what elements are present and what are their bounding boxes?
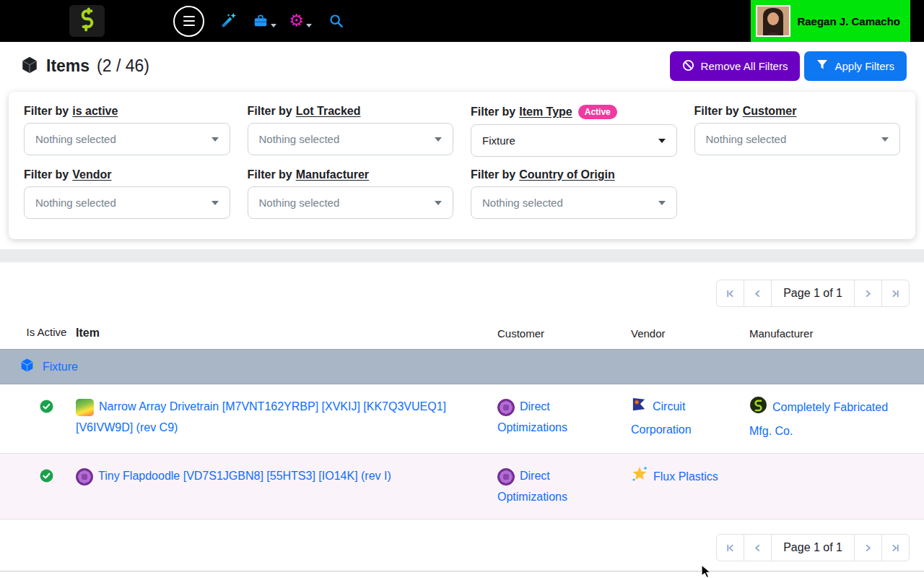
pagination-last-button[interactable] bbox=[881, 280, 910, 307]
table-row: Narrow Array Drivetrain [M7VNT162YRBP] [… bbox=[0, 384, 924, 454]
chevron-down-icon bbox=[212, 137, 219, 142]
lot-tracked-select[interactable]: Nothing selected bbox=[248, 123, 454, 155]
page-header: Items (2 / 46) Remove All Filters Apply … bbox=[0, 42, 924, 90]
items-table-section: Page 1 of 1 Is Active Item Customer Vend… bbox=[0, 262, 924, 569]
pagination-first-button[interactable] bbox=[716, 280, 744, 307]
briefcase-menu-button[interactable] bbox=[246, 6, 282, 36]
logo-glyph-icon bbox=[74, 7, 100, 35]
manufacturer-select[interactable]: Nothing selected bbox=[248, 186, 454, 219]
column-header-customer: Customer bbox=[497, 327, 631, 340]
pagination-page-label: Page 1 of 1 bbox=[771, 280, 855, 307]
chevron-down-icon bbox=[435, 137, 442, 142]
vendor-link[interactable]: Flux Plastics bbox=[653, 470, 718, 483]
column-header-vendor: Vendor bbox=[631, 327, 749, 340]
pagination-next-button[interactable] bbox=[854, 280, 882, 307]
is-active-select[interactable]: Nothing selected bbox=[24, 123, 230, 155]
chevron-down-icon bbox=[881, 137, 889, 142]
user-name: Raegan J. Camacho bbox=[797, 15, 900, 27]
filter-lot-tracked: Filter by Lot Tracked Nothing selected bbox=[248, 105, 454, 157]
page-title-count: (2 / 46) bbox=[97, 56, 149, 76]
pagination-first-button[interactable] bbox=[716, 534, 744, 561]
chevron-down-icon bbox=[435, 201, 442, 205]
vendor-cell: Flux Plastics bbox=[631, 465, 749, 489]
column-header-item: Item bbox=[76, 327, 497, 340]
search-icon bbox=[328, 13, 344, 29]
pagination-top: Page 1 of 1 bbox=[0, 262, 924, 307]
bottom-divider bbox=[0, 571, 924, 571]
briefcase-icon bbox=[253, 13, 269, 29]
item-link[interactable]: Tiny Flapdoodle [VD7S1JGBN8] [55HTS3] [I… bbox=[98, 470, 391, 482]
cube-icon bbox=[19, 358, 35, 376]
vendor-logo bbox=[631, 396, 648, 419]
pagination-next-button[interactable] bbox=[854, 534, 882, 561]
top-navbar: ⚙ Raegan J. Camacho bbox=[0, 0, 924, 42]
item-cell: Tiny Flapdoodle [VD7S1JGBN8] [55HTS3] [I… bbox=[76, 465, 497, 486]
manufacturer-logo bbox=[749, 396, 767, 420]
item-type-select[interactable]: Fixture bbox=[471, 124, 677, 157]
vendor-logo bbox=[631, 465, 648, 489]
menu-button[interactable] bbox=[173, 6, 204, 37]
search-button[interactable] bbox=[318, 6, 354, 36]
page-title: Items (2 / 46) bbox=[20, 56, 149, 77]
gear-icon: ⚙ bbox=[289, 12, 304, 29]
avatar bbox=[756, 5, 790, 37]
group-row-fixture: Fixture bbox=[0, 350, 924, 384]
customer-cell: Direct Optimizations bbox=[497, 396, 631, 438]
vendor-cell: Circuit Corporation bbox=[631, 396, 749, 440]
active-filter-badge: Active bbox=[578, 105, 617, 119]
country-of-origin-select[interactable]: Nothing selected bbox=[471, 186, 677, 219]
active-check-icon bbox=[40, 468, 53, 489]
pagination-page-label: Page 1 of 1 bbox=[771, 534, 855, 561]
filter-panel: Filter by is active Nothing selected Fil… bbox=[9, 92, 915, 239]
gear-menu-button[interactable]: ⚙ bbox=[282, 6, 318, 36]
mouse-cursor bbox=[700, 564, 713, 578]
column-header-is-active: Is Active bbox=[17, 324, 76, 340]
customer-logo bbox=[497, 399, 515, 416]
column-header-manufacturer: Manufacturer bbox=[749, 327, 907, 340]
remove-all-filters-button[interactable]: Remove All Filters bbox=[670, 51, 801, 81]
item-thumbnail bbox=[76, 399, 94, 416]
table-header-row: Is Active Item Customer Vendor Manufactu… bbox=[0, 324, 924, 350]
table-row: Tiny Flapdoodle [VD7S1JGBN8] [55HTS3] [I… bbox=[0, 454, 924, 519]
item-link[interactable]: Narrow Array Drivetrain [M7VNT162YRBP] [… bbox=[76, 400, 446, 434]
magic-wand-button[interactable] bbox=[210, 6, 246, 36]
user-menu[interactable]: Raegan J. Camacho bbox=[751, 0, 910, 42]
filter-item-type: Filter by Item Type Active Fixture bbox=[471, 105, 677, 157]
chevron-down-icon bbox=[658, 201, 666, 205]
filter-vendor: Filter by Vendor Nothing selected bbox=[24, 168, 230, 219]
hamburger-icon bbox=[183, 16, 195, 17]
customer-logo bbox=[497, 468, 515, 486]
filter-customer: Filter by Customer Nothing selected bbox=[694, 105, 901, 157]
section-divider bbox=[0, 249, 924, 262]
pagination-last-button[interactable] bbox=[881, 534, 910, 561]
pagination-prev-button[interactable] bbox=[744, 280, 772, 307]
customer-cell: Direct Optimizations bbox=[497, 465, 631, 507]
filter-is-active: Filter by is active Nothing selected bbox=[24, 105, 230, 157]
chevron-down-icon bbox=[212, 201, 219, 205]
page-title-text: Items bbox=[46, 56, 90, 76]
prohibition-icon bbox=[682, 59, 694, 74]
item-cell: Narrow Array Drivetrain [M7VNT162YRBP] [… bbox=[76, 396, 497, 438]
manufacturer-link[interactable]: Completely Fabricated Mfg. Co. bbox=[749, 401, 888, 437]
items-cube-icon bbox=[20, 56, 39, 77]
filter-manufacturer: Filter by Manufacturer Nothing selected bbox=[248, 168, 454, 219]
apply-filters-button[interactable]: Apply Filters bbox=[804, 51, 907, 81]
manufacturer-cell: Completely Fabricated Mfg. Co. bbox=[749, 396, 907, 441]
vendor-select[interactable]: Nothing selected bbox=[24, 186, 230, 219]
filter-funnel-icon bbox=[816, 59, 828, 73]
chevron-down-icon bbox=[306, 24, 312, 27]
pagination-prev-button[interactable] bbox=[744, 534, 772, 561]
chevron-down-icon bbox=[658, 139, 666, 143]
item-thumbnail bbox=[76, 468, 93, 486]
group-label: Fixture bbox=[43, 361, 78, 374]
magic-wand-icon bbox=[220, 12, 237, 29]
app-logo[interactable] bbox=[69, 5, 105, 37]
chevron-down-icon bbox=[271, 24, 276, 27]
customer-select[interactable]: Nothing selected bbox=[694, 123, 901, 155]
active-check-icon bbox=[40, 399, 53, 420]
pagination-bottom: Page 1 of 1 bbox=[0, 519, 924, 561]
filter-country-of-origin: Filter by Country of Origin Nothing sele… bbox=[471, 168, 677, 219]
